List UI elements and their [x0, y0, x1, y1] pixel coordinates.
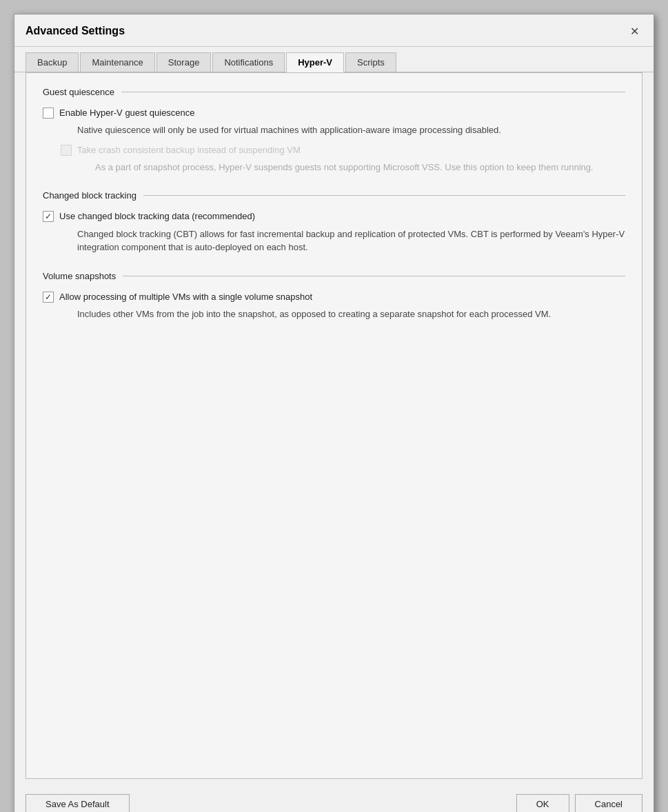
- ok-button[interactable]: OK: [516, 794, 569, 812]
- tab-backup[interactable]: Backup: [26, 52, 79, 72]
- footer-right-buttons: OK Cancel: [516, 794, 642, 812]
- crash-backup-row: Take crash consistent backup instead of …: [61, 144, 625, 156]
- crash-backup-desc: As a part of snapshot process, Hyper-V s…: [95, 161, 625, 174]
- title-bar: Advanced Settings ✕: [14, 14, 654, 47]
- use-cbt-row: ✓ Use changed block tracking data (recom…: [43, 210, 625, 223]
- tab-hyperv[interactable]: Hyper-V: [286, 52, 344, 72]
- content-area: Guest quiescence Enable Hyper-V guest qu…: [26, 72, 642, 779]
- use-cbt-checkbox[interactable]: ✓: [43, 211, 54, 222]
- save-default-button[interactable]: Save As Default: [26, 794, 130, 812]
- enable-quiescence-row: Enable Hyper-V guest quiescence: [43, 107, 625, 119]
- volume-snapshots-header: Volume snapshots: [43, 271, 625, 281]
- changed-block-tracking-header: Changed block tracking: [43, 190, 625, 201]
- allow-multiple-vms-desc: Includes other VMs from the job into the…: [77, 307, 625, 321]
- changed-block-tracking-section: Changed block tracking ✓ Use changed blo…: [43, 190, 625, 254]
- cancel-button[interactable]: Cancel: [575, 794, 642, 812]
- tab-scripts[interactable]: Scripts: [345, 52, 396, 72]
- tab-maintenance[interactable]: Maintenance: [80, 52, 154, 72]
- dialog-title: Advanced Settings: [26, 25, 125, 37]
- crash-backup-label: Take crash consistent backup instead of …: [77, 144, 301, 156]
- use-cbt-desc: Changed block tracking (CBT) allows for …: [77, 227, 625, 254]
- crash-backup-checkbox[interactable]: [61, 145, 72, 156]
- crash-backup-checkbox-wrap[interactable]: Take crash consistent backup instead of …: [61, 144, 301, 156]
- allow-multiple-vms-checkbox[interactable]: ✓: [43, 292, 54, 303]
- allow-multiple-vms-label: Allow processing of multiple VMs with a …: [59, 291, 312, 303]
- advanced-settings-dialog: Advanced Settings ✕ Backup Maintenance S…: [14, 14, 654, 812]
- tabs-bar: Backup Maintenance Storage Notifications…: [14, 47, 654, 72]
- tab-storage[interactable]: Storage: [156, 52, 212, 72]
- tab-notifications[interactable]: Notifications: [212, 52, 285, 72]
- enable-quiescence-label: Enable Hyper-V guest quiescence: [59, 107, 195, 119]
- footer: Save As Default OK Cancel: [14, 787, 654, 812]
- enable-quiescence-checkbox[interactable]: [43, 108, 54, 119]
- enable-quiescence-desc: Native quiescence will only be used for …: [77, 123, 625, 137]
- use-cbt-checkbox-wrap[interactable]: ✓ Use changed block tracking data (recom…: [43, 210, 255, 223]
- volume-snapshots-section: Volume snapshots ✓ Allow processing of m…: [43, 271, 625, 321]
- close-button[interactable]: ✕: [626, 23, 642, 39]
- guest-quiescence-section: Guest quiescence Enable Hyper-V guest qu…: [43, 87, 625, 174]
- allow-multiple-vms-row: ✓ Allow processing of multiple VMs with …: [43, 291, 625, 303]
- use-cbt-label: Use changed block tracking data (recomme…: [59, 210, 255, 223]
- allow-multiple-vms-checkbox-wrap[interactable]: ✓ Allow processing of multiple VMs with …: [43, 291, 312, 303]
- guest-quiescence-header: Guest quiescence: [43, 87, 625, 97]
- enable-quiescence-checkbox-wrap[interactable]: Enable Hyper-V guest quiescence: [43, 107, 195, 119]
